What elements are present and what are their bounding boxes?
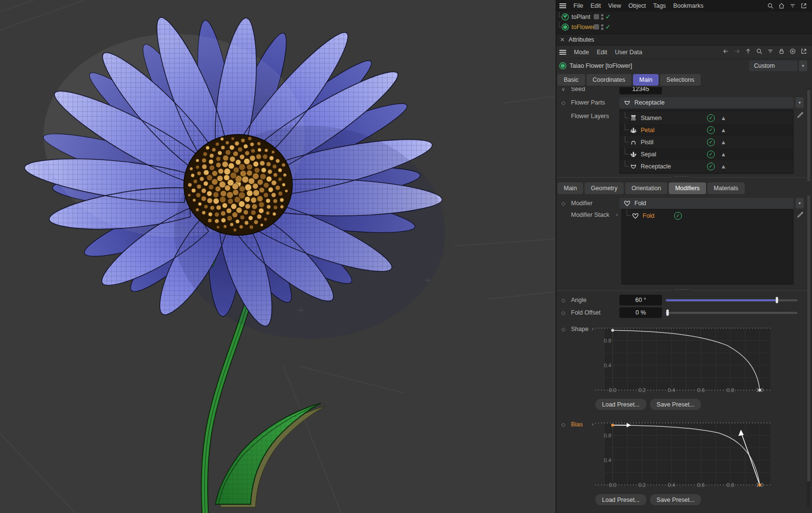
stack-item-label[interactable]: Fold: [643, 212, 654, 219]
3d-viewport[interactable]: [0, 0, 556, 513]
triangle-icon[interactable]: ▲: [721, 151, 726, 158]
menu-user-data[interactable]: User Data: [615, 49, 642, 56]
chevron-down-icon[interactable]: ▾: [796, 198, 804, 209]
modifier-dropdown[interactable]: Fold: [619, 198, 794, 209]
chevron-right-icon[interactable]: ›: [616, 211, 618, 217]
home-icon[interactable]: [778, 2, 785, 10]
chevron-open-icon[interactable]: ∨: [561, 87, 565, 92]
menu-edit[interactable]: Edit: [590, 2, 601, 9]
chevron-down-icon[interactable]: ▾: [799, 60, 807, 71]
angle-slider[interactable]: [666, 297, 797, 303]
keyframe-diamond-icon[interactable]: ◇: [561, 100, 565, 106]
layer-chip[interactable]: [594, 24, 599, 30]
filter-icon[interactable]: [767, 48, 774, 55]
tab-main[interactable]: Main: [633, 74, 659, 86]
target-icon[interactable]: [789, 48, 796, 55]
fold-offset-value-field[interactable]: 0 %: [619, 307, 662, 318]
enabled-check-icon[interactable]: ✓: [707, 126, 715, 134]
menu-view[interactable]: View: [608, 2, 621, 9]
filter-icon[interactable]: [789, 2, 796, 10]
enabled-check-icon[interactable]: ✓: [674, 212, 682, 220]
menu-bookmarks[interactable]: Bookmarks: [673, 2, 704, 9]
object-label[interactable]: toFlower: [571, 24, 595, 30]
keyframe-diamond-icon[interactable]: ◇: [561, 297, 565, 303]
save-preset-button[interactable]: Save Preset...: [650, 494, 702, 505]
menu-file[interactable]: File: [573, 2, 583, 9]
scrollbar-thumb[interactable]: [807, 90, 810, 482]
layer-row-receptacle[interactable]: Receptacle✓▲: [620, 160, 793, 172]
layer-label[interactable]: Petal: [641, 127, 655, 134]
enabled-check-icon[interactable]: ✓: [707, 163, 715, 170]
enabled-check-icon[interactable]: ✓: [605, 23, 611, 30]
close-icon[interactable]: ✕: [560, 36, 565, 43]
shape-curve-editor[interactable]: 0.80.40.00.20.40.60.81.0: [595, 325, 771, 393]
hamburger-icon[interactable]: [559, 2, 566, 9]
object-row-toplant[interactable]: toPlant ✓: [556, 12, 812, 22]
menu-edit[interactable]: Edit: [597, 49, 607, 56]
chevron-right-icon[interactable]: ›: [592, 326, 594, 332]
object-row-toflower[interactable]: toFlower ✓: [556, 22, 812, 32]
search-icon[interactable]: [767, 2, 774, 10]
enabled-check-icon[interactable]: ✓: [707, 114, 715, 122]
search-icon[interactable]: [755, 48, 763, 55]
keyframe-diamond-icon[interactable]: ◇: [561, 310, 565, 316]
visibility-dots[interactable]: [601, 14, 603, 20]
panel-divider[interactable]: ······: [556, 175, 807, 180]
save-preset-button[interactable]: Save Preset...: [650, 399, 702, 410]
keyframe-diamond-icon[interactable]: ◇: [561, 200, 565, 207]
triangle-icon[interactable]: ▲: [721, 139, 726, 146]
layer-chip[interactable]: [594, 14, 599, 19]
popout-icon[interactable]: [800, 48, 807, 55]
layer-row-pistil[interactable]: Pistil✓▲: [620, 136, 793, 148]
menu-object[interactable]: Object: [629, 2, 646, 9]
scrollbar[interactable]: [807, 88, 810, 507]
triangle-icon[interactable]: ▲: [721, 163, 726, 170]
layer-label[interactable]: Pistil: [641, 139, 653, 146]
back-icon[interactable]: [722, 48, 729, 55]
chevron-right-icon[interactable]: ›: [592, 421, 594, 427]
triangle-icon[interactable]: ▲: [721, 127, 726, 134]
enabled-check-icon[interactable]: ✓: [707, 138, 715, 146]
angle-value-field[interactable]: 60 °: [619, 295, 662, 305]
layer-row-sepal[interactable]: Sepal✓▲: [620, 148, 793, 160]
flower-parts-dropdown[interactable]: Receptacle: [619, 97, 794, 108]
enabled-check-icon[interactable]: ✓: [707, 151, 715, 158]
pencil-icon[interactable]: [797, 211, 804, 219]
menu-tags[interactable]: Tags: [653, 2, 666, 9]
stack-item-fold[interactable]: Fold✓: [622, 210, 793, 222]
tab-coordinates[interactable]: Coordinates: [586, 74, 632, 86]
layer-label[interactable]: Stamen: [641, 115, 662, 121]
visibility-dots[interactable]: [601, 24, 603, 30]
keyframe-diamond-icon[interactable]: ◇: [561, 326, 565, 332]
layer-row-stamen[interactable]: Stamen✓▲: [620, 112, 793, 124]
lock-icon[interactable]: [778, 48, 785, 55]
preset-dropdown[interactable]: Custom: [749, 60, 797, 71]
menu-mode[interactable]: Mode: [574, 49, 589, 56]
tab-materials[interactable]: Materials: [707, 182, 745, 194]
tab-main[interactable]: Main: [557, 182, 583, 194]
pencil-icon[interactable]: [797, 111, 804, 119]
tab-selections[interactable]: Selections: [660, 74, 701, 86]
triangle-icon[interactable]: ▲: [721, 115, 726, 121]
panel-divider[interactable]: ······: [556, 288, 807, 293]
chevron-down-icon[interactable]: ▾: [796, 97, 804, 108]
forward-icon[interactable]: [733, 48, 740, 55]
tab-basic[interactable]: Basic: [557, 74, 585, 86]
object-label[interactable]: toPlant: [571, 14, 590, 20]
up-icon[interactable]: [744, 48, 752, 55]
load-preset-button[interactable]: Load Preset...: [595, 399, 647, 410]
load-preset-button[interactable]: Load Preset...: [595, 494, 647, 505]
layer-label[interactable]: Receptacle: [641, 163, 671, 170]
tab-orientation[interactable]: Orientation: [625, 182, 667, 194]
layer-row-petal[interactable]: Petal✓▲: [620, 124, 793, 136]
bias-curve-editor[interactable]: 0.80.40.00.20.40.60.81.0: [595, 420, 771, 490]
popout-icon[interactable]: [800, 2, 807, 10]
keyframe-diamond-icon[interactable]: ◇: [561, 422, 565, 428]
tab-geometry[interactable]: Geometry: [585, 182, 624, 194]
layer-label[interactable]: Sepal: [641, 151, 656, 158]
fold-offset-slider[interactable]: [666, 310, 797, 316]
enabled-check-icon[interactable]: ✓: [605, 13, 611, 20]
tab-modifiers[interactable]: Modifiers: [669, 182, 706, 194]
seed-value-field[interactable]: 12345: [619, 87, 662, 94]
hamburger-icon[interactable]: [559, 49, 566, 56]
